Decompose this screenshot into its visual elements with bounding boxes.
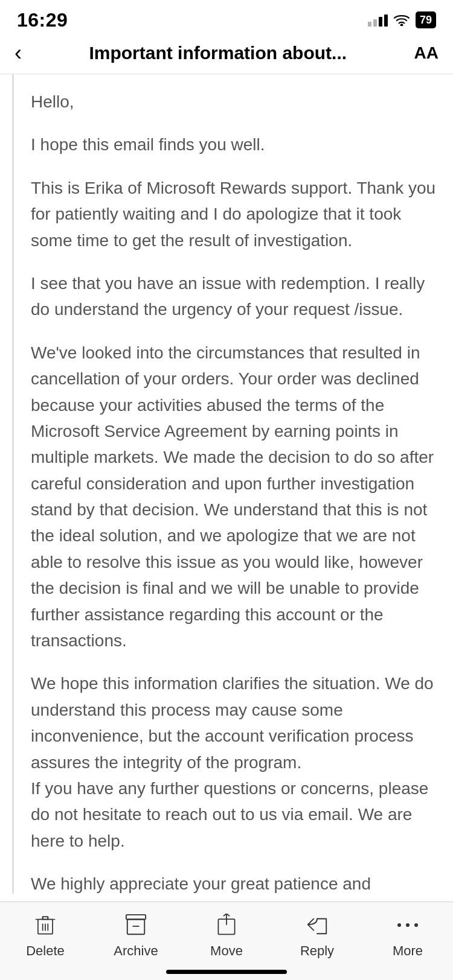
archive-label: Archive xyxy=(114,943,158,959)
delete-button[interactable]: Delete xyxy=(15,912,76,959)
svg-rect-5 xyxy=(43,917,48,919)
svg-point-0 xyxy=(401,24,403,26)
move-button[interactable]: Move xyxy=(196,912,257,959)
home-indicator xyxy=(166,970,287,974)
email-content-area: Hello, I hope this email finds you well.… xyxy=(12,74,453,894)
email-paragraph-2: I hope this email finds you well. xyxy=(31,132,436,158)
email-paragraph-7: We highly appreciate your great patience… xyxy=(31,871,436,894)
status-bar: 16:29 79 xyxy=(0,0,453,36)
svg-point-14 xyxy=(397,923,401,927)
email-paragraph-6: We hope this information clarifies the s… xyxy=(31,670,436,854)
reply-icon xyxy=(304,912,330,938)
status-time: 16:29 xyxy=(17,9,68,31)
delete-icon xyxy=(32,912,59,938)
battery-level: 79 xyxy=(420,14,432,27)
email-paragraph-3: This is Erika of Microsoft Rewards suppo… xyxy=(31,175,436,253)
email-body: Hello, I hope this email finds you well.… xyxy=(31,89,436,894)
email-header: ‹ Important information about... AA xyxy=(0,36,453,74)
email-paragraph-4: I see that you have an issue with redemp… xyxy=(31,270,436,323)
bottom-toolbar: Delete Archive Move Rep xyxy=(0,902,453,980)
more-label: More xyxy=(393,943,423,959)
font-size-button[interactable]: AA xyxy=(414,43,439,63)
email-paragraph-1: Hello, xyxy=(31,89,436,115)
battery-icon: 79 xyxy=(416,11,436,28)
status-icons: 79 xyxy=(368,11,436,28)
wifi-icon xyxy=(394,14,410,26)
move-label: Move xyxy=(210,943,243,959)
delete-label: Delete xyxy=(26,943,65,959)
more-button[interactable]: More xyxy=(378,912,438,959)
move-icon xyxy=(213,912,240,938)
svg-point-15 xyxy=(406,923,410,927)
email-paragraph-5: We've looked into the circumstances that… xyxy=(31,340,436,654)
svg-rect-9 xyxy=(126,915,146,920)
archive-icon xyxy=(123,912,149,938)
archive-button[interactable]: Archive xyxy=(106,912,166,959)
more-icon xyxy=(394,912,421,938)
signal-icon xyxy=(368,13,388,27)
email-subject-title: Important information about... xyxy=(22,43,414,63)
back-button[interactable]: ‹ xyxy=(14,42,22,64)
reply-button[interactable]: Reply xyxy=(287,912,347,959)
reply-label: Reply xyxy=(300,943,334,959)
svg-point-16 xyxy=(414,923,418,927)
